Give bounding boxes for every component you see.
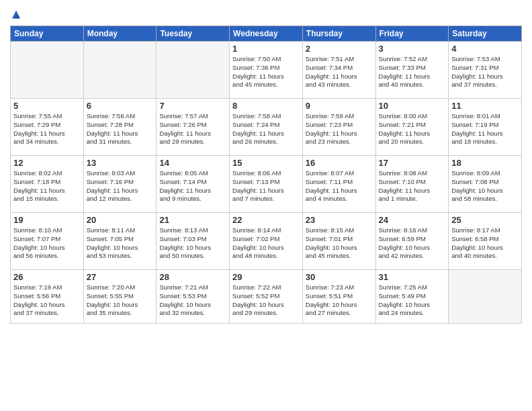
weekday-monday: Monday	[83, 26, 157, 42]
day-number: 10	[379, 101, 446, 111]
day-cell: 5Sunrise: 7:55 AM Sunset: 7:29 PM Daylig…	[11, 99, 84, 156]
day-number: 28	[159, 272, 226, 282]
day-info: Sunrise: 8:01 AM Sunset: 7:19 PM Dayligh…	[451, 112, 519, 146]
day-number: 26	[13, 272, 81, 282]
day-cell: 28Sunrise: 7:21 AM Sunset: 5:53 PM Dayli…	[157, 270, 230, 324]
day-info: Sunrise: 8:09 AM Sunset: 7:08 PM Dayligh…	[451, 169, 519, 203]
day-info: Sunrise: 8:03 AM Sunset: 7:16 PM Dayligh…	[87, 169, 154, 203]
day-info: Sunrise: 7:59 AM Sunset: 7:23 PM Dayligh…	[306, 112, 373, 146]
week-row-5: 26Sunrise: 7:19 AM Sunset: 5:56 PM Dayli…	[11, 270, 522, 324]
day-info: Sunrise: 7:50 AM Sunset: 7:36 PM Dayligh…	[232, 55, 300, 89]
day-cell	[157, 42, 230, 99]
day-number: 29	[232, 272, 300, 282]
day-number: 30	[306, 272, 373, 282]
day-cell: 23Sunrise: 8:15 AM Sunset: 7:01 PM Dayli…	[302, 213, 375, 270]
day-number: 1	[232, 44, 300, 54]
day-info: Sunrise: 7:52 AM Sunset: 7:33 PM Dayligh…	[379, 55, 446, 89]
day-cell: 26Sunrise: 7:19 AM Sunset: 5:56 PM Dayli…	[11, 270, 84, 324]
day-number: 31	[379, 272, 446, 282]
day-number: 3	[379, 44, 446, 54]
logo	[10, 9, 25, 21]
day-number: 22	[232, 215, 300, 225]
day-cell: 1Sunrise: 7:50 AM Sunset: 7:36 PM Daylig…	[230, 42, 303, 99]
day-cell: 6Sunrise: 7:56 AM Sunset: 7:28 PM Daylig…	[83, 99, 157, 156]
week-row-4: 19Sunrise: 8:10 AM Sunset: 7:07 PM Dayli…	[11, 213, 522, 270]
day-number: 4	[451, 44, 519, 54]
weekday-tuesday: Tuesday	[157, 26, 230, 42]
day-cell: 15Sunrise: 8:06 AM Sunset: 7:13 PM Dayli…	[230, 156, 303, 213]
day-cell: 14Sunrise: 8:05 AM Sunset: 7:14 PM Dayli…	[157, 156, 230, 213]
day-number: 18	[451, 158, 519, 168]
day-info: Sunrise: 7:22 AM Sunset: 5:52 PM Dayligh…	[232, 283, 300, 318]
day-info: Sunrise: 7:19 AM Sunset: 5:56 PM Dayligh…	[13, 283, 81, 318]
day-number: 8	[232, 101, 300, 111]
day-info: Sunrise: 8:02 AM Sunset: 7:18 PM Dayligh…	[13, 169, 81, 203]
day-cell: 18Sunrise: 8:09 AM Sunset: 7:08 PM Dayli…	[449, 156, 522, 213]
day-cell: 30Sunrise: 7:23 AM Sunset: 5:51 PM Dayli…	[302, 270, 375, 324]
day-info: Sunrise: 7:58 AM Sunset: 7:24 PM Dayligh…	[232, 112, 300, 146]
day-cell	[11, 42, 84, 99]
day-cell: 7Sunrise: 7:57 AM Sunset: 7:26 PM Daylig…	[157, 99, 230, 156]
day-number: 20	[87, 215, 154, 225]
day-number: 19	[13, 215, 81, 225]
day-number: 21	[159, 215, 226, 225]
week-row-2: 5Sunrise: 7:55 AM Sunset: 7:29 PM Daylig…	[11, 99, 522, 156]
day-number: 23	[306, 215, 373, 225]
day-info: Sunrise: 7:57 AM Sunset: 7:26 PM Dayligh…	[159, 112, 226, 146]
day-cell: 19Sunrise: 8:10 AM Sunset: 7:07 PM Dayli…	[11, 213, 84, 270]
day-info: Sunrise: 8:13 AM Sunset: 7:03 PM Dayligh…	[159, 226, 226, 261]
day-info: Sunrise: 8:17 AM Sunset: 6:58 PM Dayligh…	[451, 226, 519, 261]
day-info: Sunrise: 8:10 AM Sunset: 7:07 PM Dayligh…	[13, 226, 81, 261]
day-info: Sunrise: 7:21 AM Sunset: 5:53 PM Dayligh…	[159, 283, 226, 318]
weekday-friday: Friday	[375, 26, 449, 42]
day-number: 13	[87, 158, 154, 168]
day-cell: 31Sunrise: 7:25 AM Sunset: 5:49 PM Dayli…	[375, 270, 449, 324]
day-cell: 2Sunrise: 7:51 AM Sunset: 7:34 PM Daylig…	[302, 42, 375, 99]
day-cell: 3Sunrise: 7:52 AM Sunset: 7:33 PM Daylig…	[375, 42, 449, 99]
weekday-thursday: Thursday	[302, 26, 375, 42]
logo-icon	[10, 9, 22, 21]
calendar-table: SundayMondayTuesdayWednesdayThursdayFrid…	[10, 26, 522, 324]
day-cell: 12Sunrise: 8:02 AM Sunset: 7:18 PM Dayli…	[11, 156, 84, 213]
week-row-1: 1Sunrise: 7:50 AM Sunset: 7:36 PM Daylig…	[11, 42, 522, 99]
page: SundayMondayTuesdayWednesdayThursdayFrid…	[0, 0, 532, 411]
day-info: Sunrise: 8:16 AM Sunset: 6:59 PM Dayligh…	[379, 226, 446, 261]
day-info: Sunrise: 7:23 AM Sunset: 5:51 PM Dayligh…	[306, 283, 373, 318]
day-info: Sunrise: 8:06 AM Sunset: 7:13 PM Dayligh…	[232, 169, 300, 203]
day-cell: 9Sunrise: 7:59 AM Sunset: 7:23 PM Daylig…	[302, 99, 375, 156]
day-cell: 24Sunrise: 8:16 AM Sunset: 6:59 PM Dayli…	[375, 213, 449, 270]
day-cell	[83, 42, 157, 99]
day-cell: 29Sunrise: 7:22 AM Sunset: 5:52 PM Dayli…	[230, 270, 303, 324]
day-cell: 27Sunrise: 7:20 AM Sunset: 5:55 PM Dayli…	[83, 270, 157, 324]
day-number: 16	[306, 158, 373, 168]
day-cell: 21Sunrise: 8:13 AM Sunset: 7:03 PM Dayli…	[157, 213, 230, 270]
day-number: 9	[306, 101, 373, 111]
day-cell: 20Sunrise: 8:11 AM Sunset: 7:05 PM Dayli…	[83, 213, 157, 270]
weekday-header-row: SundayMondayTuesdayWednesdayThursdayFrid…	[11, 26, 522, 42]
day-number: 14	[159, 158, 226, 168]
day-cell: 22Sunrise: 8:14 AM Sunset: 7:02 PM Dayli…	[230, 213, 303, 270]
day-cell: 11Sunrise: 8:01 AM Sunset: 7:19 PM Dayli…	[449, 99, 522, 156]
day-info: Sunrise: 7:56 AM Sunset: 7:28 PM Dayligh…	[87, 112, 154, 146]
weekday-sunday: Sunday	[11, 26, 84, 42]
day-info: Sunrise: 8:05 AM Sunset: 7:14 PM Dayligh…	[159, 169, 226, 203]
day-number: 17	[379, 158, 446, 168]
day-info: Sunrise: 8:11 AM Sunset: 7:05 PM Dayligh…	[87, 226, 154, 261]
header	[10, 7, 522, 21]
day-info: Sunrise: 7:20 AM Sunset: 5:55 PM Dayligh…	[87, 283, 154, 318]
day-info: Sunrise: 7:51 AM Sunset: 7:34 PM Dayligh…	[306, 55, 373, 89]
day-cell	[449, 270, 522, 324]
day-info: Sunrise: 8:15 AM Sunset: 7:01 PM Dayligh…	[306, 226, 373, 261]
day-info: Sunrise: 7:25 AM Sunset: 5:49 PM Dayligh…	[379, 283, 446, 318]
day-info: Sunrise: 7:55 AM Sunset: 7:29 PM Dayligh…	[13, 112, 81, 146]
day-number: 25	[451, 215, 519, 225]
day-cell: 13Sunrise: 8:03 AM Sunset: 7:16 PM Dayli…	[83, 156, 157, 213]
day-number: 27	[87, 272, 154, 282]
day-info: Sunrise: 8:00 AM Sunset: 7:21 PM Dayligh…	[379, 112, 446, 146]
day-cell: 10Sunrise: 8:00 AM Sunset: 7:21 PM Dayli…	[375, 99, 449, 156]
day-cell: 25Sunrise: 8:17 AM Sunset: 6:58 PM Dayli…	[449, 213, 522, 270]
day-number: 2	[306, 44, 373, 54]
day-cell: 17Sunrise: 8:08 AM Sunset: 7:10 PM Dayli…	[375, 156, 449, 213]
day-number: 7	[159, 101, 226, 111]
day-info: Sunrise: 8:07 AM Sunset: 7:11 PM Dayligh…	[306, 169, 373, 203]
